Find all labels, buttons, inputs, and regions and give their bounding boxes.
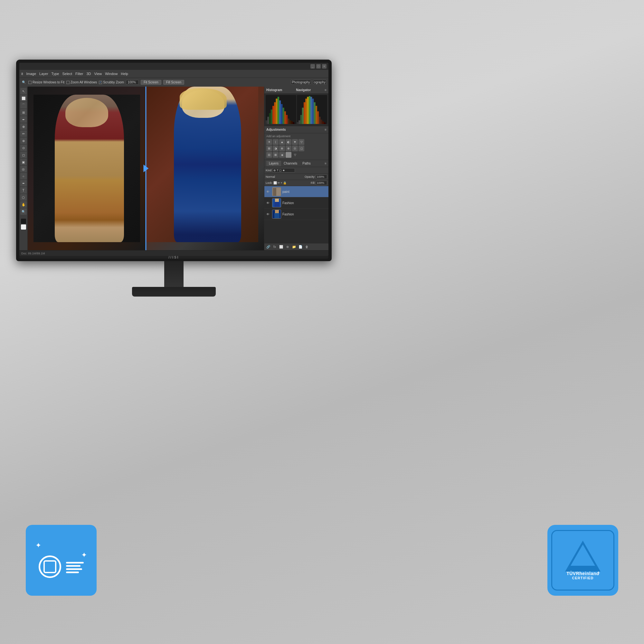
monitor: _ □ × it Image Layer Type Select Filter … [16, 60, 332, 297]
adj-vibrance-icon[interactable]: ▼ [292, 139, 298, 145]
zoom-percent-input[interactable]: 100% [126, 80, 139, 85]
ps-toolbar: 🔍 Resize Windows to Fit Zoom All Windows… [19, 78, 328, 87]
adj-threshold-icon[interactable]: ⊠ [273, 152, 279, 158]
ps-minimize-btn[interactable]: _ [310, 64, 315, 69]
ps-status-bar: Doc: 89.1M/89.1M [19, 250, 328, 256]
tool-pen[interactable]: ✒ [20, 180, 27, 186]
adj-colorlookup-icon[interactable]: ⊙ [292, 146, 298, 151]
tuv-badge-border: TÜVRheinland ® CERTIFIED [551, 530, 614, 591]
tab-channels[interactable]: Channels [281, 161, 300, 166]
tool-brush[interactable]: ✏ [20, 130, 27, 137]
layer-kind-dropdown[interactable]: ⊕ T ◻ ★ [272, 168, 295, 173]
tab-paths[interactable]: Paths [300, 161, 313, 166]
adj-hsl-icon[interactable]: ▽ [298, 139, 304, 145]
menu-image[interactable]: Image [26, 72, 36, 76]
layer-eye-fashion2[interactable]: 👁 [266, 212, 270, 216]
layers-link-icon[interactable]: 🔗 [266, 244, 271, 250]
adjustments-icons-row1: ☀ ⟨ ▲ ◐ ▼ ▽ [266, 139, 327, 145]
ps-close-btn[interactable]: × [322, 64, 327, 69]
adj-channelmixer-icon[interactable]: ⊗ [286, 146, 291, 151]
tab-layers[interactable]: Layers [266, 161, 281, 166]
menu-type[interactable]: Type [52, 72, 59, 76]
canvas-divider[interactable] [146, 87, 147, 250]
tool-hand[interactable]: ✋ [20, 201, 27, 208]
layer-eye-fashion1[interactable]: 👁 [266, 201, 270, 205]
zoom-all-option[interactable]: Zoom All Windows [66, 81, 97, 84]
layer-item-fashion1[interactable]: 👁 Fashion [264, 197, 328, 209]
badge-line-2 [66, 565, 81, 567]
adj-brightness-icon[interactable]: ☀ [266, 139, 272, 145]
layers-fx-icon[interactable]: fx [272, 244, 277, 250]
tool-select[interactable]: ⬜ [20, 95, 27, 101]
background-color[interactable] [21, 224, 26, 230]
adj-colorbalance-icon[interactable]: ⊞ [266, 146, 272, 151]
tool-gradient[interactable]: ▣ [20, 159, 27, 165]
scrubby-zoom-option[interactable]: ✓ Scrubby Zoom [99, 81, 124, 84]
tool-crop[interactable]: ⊞ [20, 109, 27, 116]
scrubby-zoom-checkbox[interactable]: ✓ [99, 81, 102, 84]
adj-posterize-icon[interactable]: ⊟ [266, 152, 272, 158]
tool-blur[interactable]: ◎ [20, 166, 27, 172]
canvas-right-after [146, 87, 264, 250]
adj-invert-icon[interactable]: ◻ [298, 146, 304, 151]
layer-item-fashion2[interactable]: 👁 Fashion [264, 209, 328, 220]
adj-photofilter-icon[interactable]: ⊕ [279, 146, 285, 151]
fill-screen-button[interactable]: Fill Screen [163, 80, 184, 85]
menu-it[interactable]: it [21, 72, 23, 76]
adjustments-menu-icon[interactable]: ≡ [325, 128, 327, 131]
menu-3d[interactable]: 3D [87, 72, 91, 76]
adj-curves-icon[interactable]: ⟨ [273, 139, 279, 145]
adj-exposure-icon[interactable]: ◐ [286, 139, 291, 145]
ps-canvas-area[interactable] [28, 87, 264, 250]
svg-rect-18 [298, 120, 300, 124]
tool-lasso[interactable]: ⌒ [20, 102, 27, 109]
tool-eraser[interactable]: ◻ [20, 152, 27, 158]
adj-levels-icon[interactable]: ▲ [279, 139, 285, 145]
tool-history[interactable]: ⊙ [20, 145, 27, 151]
opacity-input[interactable]: 100% [316, 175, 327, 179]
resize-windows-option[interactable]: Resize Windows to Fit [28, 81, 64, 84]
ps-maximize-btn[interactable]: □ [316, 64, 321, 69]
tuv-certified-label: CERTIFIED [572, 576, 593, 580]
fill-input[interactable]: 100% [316, 181, 327, 185]
foreground-color[interactable] [21, 219, 26, 224]
layers-new-icon[interactable]: 📄 [298, 244, 303, 250]
tool-clone[interactable]: ⊗ [20, 137, 27, 144]
tool-shape[interactable]: ⬡ [20, 194, 27, 201]
tool-dodge[interactable]: ○ [20, 173, 27, 179]
menu-select[interactable]: Select [62, 72, 72, 76]
tool-text[interactable]: T [20, 187, 27, 194]
zoom-all-checkbox[interactable] [66, 81, 70, 84]
tool-heal[interactable]: ⊕ [20, 123, 27, 130]
adj-selectivecolor-icon[interactable]: ◈ [279, 152, 285, 158]
layers-delete-icon[interactable]: 🗑 [304, 244, 309, 250]
svg-rect-33 [324, 123, 326, 124]
layer-name-fashion1: Fashion [282, 201, 294, 205]
adjustments-section: Adjustments ≡ Add an adjustment ☀ [264, 126, 328, 160]
histogram-chart-2 [297, 95, 327, 124]
adj-bw-icon[interactable]: ◑ [273, 146, 279, 151]
histogram-menu-icon[interactable]: ≡ [325, 88, 327, 92]
layer-eye-paint[interactable]: 👁 [266, 189, 270, 194]
layer-item-paint[interactable]: 👁 paint [264, 186, 328, 197]
blend-mode-dropdown[interactable]: Normal [266, 175, 275, 178]
adjustments-content: Add an adjustment ☀ ⟨ ▲ ◐ ▼ ▽ [264, 133, 328, 160]
menu-layer[interactable]: Layer [39, 72, 48, 76]
menu-help[interactable]: Help [121, 72, 128, 76]
menu-window[interactable]: Window [105, 72, 118, 76]
workspace-dropdown2[interactable]: ography [313, 80, 327, 85]
layers-menu-icon[interactable]: ≡ [325, 162, 327, 165]
menu-view[interactable]: View [94, 72, 102, 76]
layers-mask-icon[interactable]: ⬜ [279, 244, 284, 250]
resize-windows-checkbox[interactable] [28, 81, 32, 84]
workspace-dropdown[interactable]: Photography [291, 80, 311, 85]
page: _ □ × it Image Layer Type Select Filter … [0, 0, 644, 644]
tool-eyedropper[interactable]: ✒ [20, 116, 27, 123]
layers-adjustment-icon[interactable]: ⊕ [285, 244, 290, 250]
tool-move[interactable]: ↖ [20, 88, 27, 94]
layers-folder-icon[interactable]: 📁 [291, 244, 297, 250]
fit-screen-button[interactable]: Fit Screen [141, 80, 161, 85]
layer-list: 👁 paint [264, 186, 328, 243]
tool-zoom[interactable]: 🔍 [20, 208, 27, 215]
menu-filter[interactable]: Filter [75, 72, 83, 76]
